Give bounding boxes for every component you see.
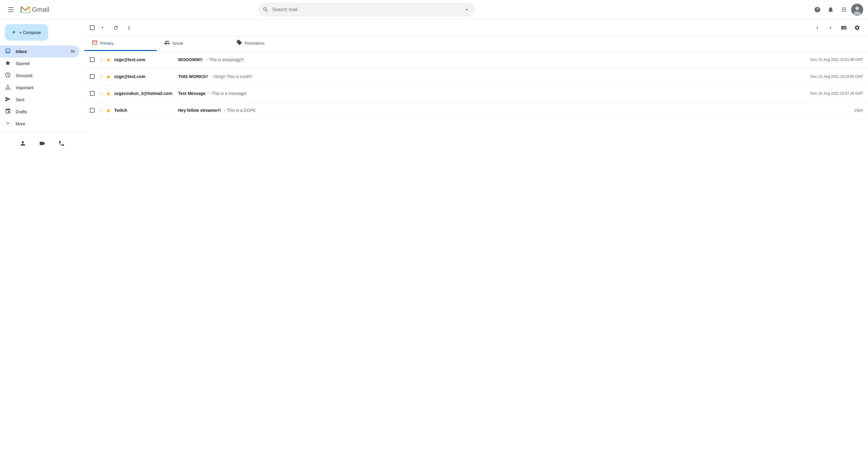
compose-plus-icon: + <box>12 29 16 36</box>
email-subject-2: THIS WORKS!! <box>178 74 208 79</box>
email-checkbox-3[interactable] <box>89 90 95 96</box>
social-tab-label: Social <box>173 41 183 45</box>
sidebar-item-starred[interactable]: Starred <box>0 58 80 70</box>
avatar[interactable] <box>851 4 863 16</box>
gmail-m-icon <box>20 4 31 15</box>
app-body: + + Compose Inbox 54 Starred Snoozed <box>0 19 868 461</box>
email-subject-4: Hey fellow streamer!! <box>178 108 221 113</box>
sidebar-item-inbox[interactable]: Inbox 54 <box>0 45 80 58</box>
prev-page-button[interactable] <box>811 22 824 34</box>
select-all-checkbox-box[interactable] <box>90 25 95 30</box>
important-marker-1: ▶ <box>107 57 111 62</box>
settings-button[interactable] <box>851 22 863 34</box>
contacts-button[interactable] <box>17 137 29 149</box>
next-page-button[interactable] <box>825 22 837 34</box>
table-row[interactable]: ☆ ▶ Twitch Hey fellow streamer!! - This … <box>84 102 868 119</box>
email-list: ☆ ▶ ozge@test.com WOOOWW!! - This is ama… <box>84 51 868 461</box>
meet-button[interactable] <box>36 137 48 149</box>
search-icon <box>262 7 269 13</box>
email-toolbar <box>84 19 868 36</box>
header-left: Gmail <box>5 4 89 16</box>
sidebar-item-more[interactable]: More <box>0 118 80 130</box>
tab-social[interactable]: Social <box>157 36 229 51</box>
email-snippet-3: - This is a message! <box>208 91 247 96</box>
settings-icon <box>854 25 860 31</box>
apps-button[interactable] <box>838 4 850 16</box>
sidebar: + + Compose Inbox 54 Starred Snoozed <box>0 19 84 461</box>
important-marker-3: ▶ <box>107 91 111 96</box>
email-subject-1: WOOOWW!! <box>178 57 203 62</box>
more-label: More <box>16 121 75 126</box>
category-tabs: Primary Social Promotions <box>84 36 868 51</box>
table-row[interactable]: ☆ ▶ ozge@test.com WOOOWW!! - This is ama… <box>84 51 868 68</box>
email-checkbox-1[interactable] <box>89 57 95 63</box>
tab-primary[interactable]: Primary <box>84 36 157 51</box>
star-button-4[interactable]: ☆ <box>99 107 104 114</box>
email-time-2: Sun, 01 Aug 2021 19:29:50 GMT <box>810 74 863 79</box>
email-content-4: Hey fellow streamer!! - This is a DOPE <box>178 108 850 113</box>
gmail-text: Gmail <box>32 6 49 13</box>
email-snippet-1: - This is amazingg!!! <box>205 57 244 62</box>
notifications-button[interactable] <box>825 4 837 16</box>
select-dropdown-button[interactable] <box>96 22 108 34</box>
notifications-icon <box>827 6 834 13</box>
sidebar-item-drafts[interactable]: Drafts <box>0 106 80 118</box>
more-expand-icon <box>5 120 11 128</box>
tab-promotions[interactable]: Promotions <box>229 36 301 51</box>
sent-icon <box>5 96 11 104</box>
snoozed-icon <box>5 72 11 80</box>
email-checkbox-2[interactable] <box>89 73 95 80</box>
email-snippet-2: - Omg!! This is cooll!!! <box>210 74 252 79</box>
table-row[interactable]: ☆ ▶ ozgecoskun_3@hotmail.com Test Messag… <box>84 85 868 102</box>
primary-tab-label: Primary <box>100 41 114 45</box>
more-options-button[interactable] <box>123 22 135 34</box>
social-tab-icon <box>164 39 170 47</box>
apps-icon <box>841 6 847 13</box>
search-input[interactable] <box>272 7 460 12</box>
email-checkbox-4[interactable] <box>89 107 95 113</box>
compose-button[interactable]: + + Compose <box>5 24 48 41</box>
main-content: Primary Social Promotions <box>84 19 868 461</box>
more-vert-icon <box>126 25 132 30</box>
important-label: Important <box>16 85 75 90</box>
meet-icon <box>39 140 45 147</box>
table-row[interactable]: ☆ ▶ ozge@test.com THIS WORKS!! - Omg!! T… <box>84 68 868 85</box>
snoozed-label: Snoozed <box>16 73 75 78</box>
sidebar-item-snoozed[interactable]: Snoozed <box>0 70 80 82</box>
search-bar[interactable] <box>258 3 475 17</box>
promotions-tab-label: Promotions <box>245 41 265 45</box>
svg-point-2 <box>855 7 859 10</box>
email-content-3: Test Message - This is a message! <box>178 91 807 96</box>
email-sender-4: Twitch <box>114 108 175 113</box>
inbox-label: Inbox <box>16 49 66 54</box>
email-sender-3: ozgecoskun_3@hotmail.com <box>114 91 175 96</box>
avatar-icon <box>852 4 863 15</box>
phone-button[interactable] <box>56 137 67 149</box>
gmail-logo[interactable]: Gmail <box>20 4 49 15</box>
refresh-button[interactable] <box>110 22 122 34</box>
keyboard-shortcuts-button[interactable] <box>838 22 850 34</box>
starred-label: Starred <box>16 61 75 66</box>
star-button-1[interactable]: ☆ <box>99 56 104 63</box>
email-content-2: THIS WORKS!! - Omg!! This is cooll!!! <box>178 74 807 79</box>
menu-button[interactable] <box>5 4 17 16</box>
hamburger-icon <box>8 7 13 12</box>
inbox-count: 54 <box>71 50 75 54</box>
toolbar-left <box>89 22 135 34</box>
refresh-icon <box>113 25 119 30</box>
email-sender-1: ozge@test.com <box>114 57 175 62</box>
star-button-3[interactable]: ☆ <box>99 90 104 97</box>
search-options-icon[interactable] <box>464 7 470 13</box>
promotions-tab-icon <box>236 39 242 47</box>
help-button[interactable] <box>811 4 824 16</box>
drafts-label: Drafts <box>16 110 75 114</box>
star-button-2[interactable]: ☆ <box>99 73 104 80</box>
sidebar-bottom <box>0 132 84 154</box>
sidebar-item-important[interactable]: Important <box>0 82 80 94</box>
phone-icon <box>58 140 65 147</box>
important-icon <box>5 84 11 92</box>
keyboard-icon <box>841 25 847 31</box>
email-subject-3: Test Message <box>178 91 206 96</box>
sidebar-item-sent[interactable]: Sent <box>0 94 80 106</box>
select-all-checkbox[interactable] <box>89 25 95 31</box>
